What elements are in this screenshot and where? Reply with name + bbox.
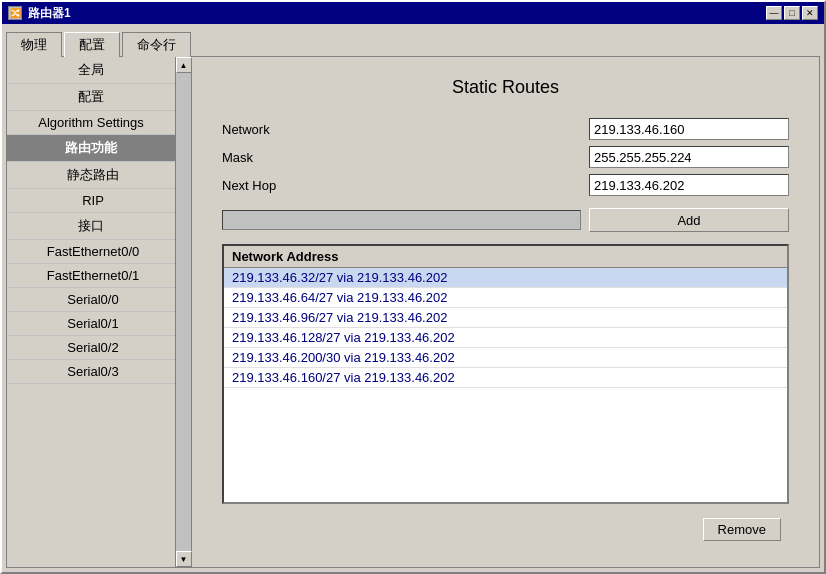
maximize-button[interactable]: □ [784,6,800,20]
mask-input[interactable] [589,146,789,168]
route-table: Network Address 219.133.46.32/27 via 219… [222,244,789,504]
tab-peizhi[interactable]: 配置 [64,32,120,57]
sidebar-item-s00[interactable]: Serial0/0 [7,288,175,312]
window-icon: 🔀 [8,6,22,20]
table-body: 219.133.46.32/27 via 219.133.46.202 219.… [224,268,787,502]
nexthop-label: Next Hop [222,178,322,193]
table-row[interactable]: 219.133.46.64/27 via 219.133.46.202 [224,288,787,308]
mask-row: Mask [222,146,789,168]
network-input[interactable] [589,118,789,140]
main-content-area: Static Routes Network Mask Next Hop [192,57,819,567]
table-row[interactable]: 219.133.46.96/27 via 219.133.46.202 [224,308,787,328]
remove-button[interactable]: Remove [703,518,781,541]
scroll-track [176,73,191,551]
close-button[interactable]: ✕ [802,6,818,20]
table-row[interactable]: 219.133.46.128/27 via 219.133.46.202 [224,328,787,348]
bottom-bar: Remove [222,512,789,547]
network-label: Network [222,122,322,137]
table-row[interactable]: 219.133.46.200/30 via 219.133.46.202 [224,348,787,368]
progress-bar [222,210,581,230]
sidebar-item-rip[interactable]: RIP [7,189,175,213]
sidebar-item-fe00[interactable]: FastEthernet0/0 [7,240,175,264]
scroll-up-button[interactable]: ▲ [176,57,192,73]
title-bar-left: 🔀 路由器1 [8,5,71,22]
title-bar: 🔀 路由器1 — □ ✕ [2,2,824,24]
sidebar-item-s01[interactable]: Serial0/1 [7,312,175,336]
title-bar-buttons: — □ ✕ [766,6,818,20]
sidebar: 全局 配置 Algorithm Settings 路由功能 静态路由 RIP 接… [7,57,192,567]
scroll-down-button[interactable]: ▼ [176,551,192,567]
sidebar-item-algorithm[interactable]: Algorithm Settings [7,111,175,135]
form-section: Network Mask Next Hop [222,118,789,196]
nexthop-input[interactable] [589,174,789,196]
add-button[interactable]: Add [589,208,789,232]
sidebar-item-routing[interactable]: 路由功能 [7,135,175,162]
mask-label: Mask [222,150,322,165]
tab-content-area: 全局 配置 Algorithm Settings 路由功能 静态路由 RIP 接… [6,56,820,568]
sidebar-item-s03[interactable]: Serial0/3 [7,360,175,384]
table-row[interactable]: 219.133.46.32/27 via 219.133.46.202 [224,268,787,288]
tab-mingling[interactable]: 命令行 [122,32,191,57]
tab-bar: 物理 配置 命令行 [2,24,824,56]
sidebar-item-peizhi[interactable]: 配置 [7,84,175,111]
tab-wuli[interactable]: 物理 [6,32,62,57]
minimize-button[interactable]: — [766,6,782,20]
nexthop-row: Next Hop [222,174,789,196]
add-row: Add [222,208,789,232]
sidebar-item-fe01[interactable]: FastEthernet0/1 [7,264,175,288]
table-header: Network Address [224,246,787,268]
window-title: 路由器1 [28,5,71,22]
sidebar-item-static[interactable]: 静态路由 [7,162,175,189]
sidebar-item-jiekou[interactable]: 接口 [7,213,175,240]
sidebar-scrollbar: ▲ ▼ [175,57,191,567]
sidebar-item-s02[interactable]: Serial0/2 [7,336,175,360]
main-window: 🔀 路由器1 — □ ✕ 物理 配置 命令行 全局 配置 Algorithm S… [0,0,826,574]
sidebar-item-quanju[interactable]: 全局 [7,57,175,84]
network-row: Network [222,118,789,140]
sidebar-scroll-area: 全局 配置 Algorithm Settings 路由功能 静态路由 RIP 接… [7,57,175,567]
table-row[interactable]: 219.133.46.160/27 via 219.133.46.202 [224,368,787,388]
page-title: Static Routes [222,77,789,98]
